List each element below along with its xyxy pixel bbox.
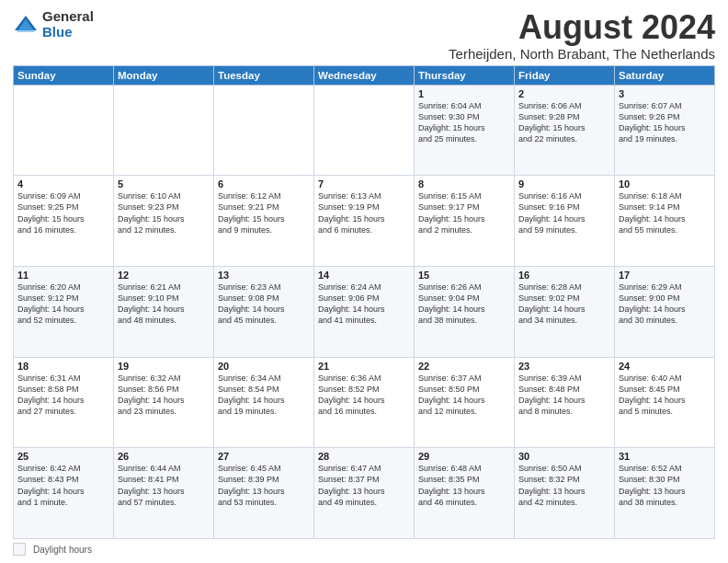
table-row: 16Sunrise: 6:28 AM Sunset: 9:02 PM Dayli… bbox=[515, 266, 615, 357]
table-row: 30Sunrise: 6:50 AM Sunset: 8:32 PM Dayli… bbox=[515, 448, 615, 539]
day-info: Sunrise: 6:12 AM Sunset: 9:21 PM Dayligh… bbox=[218, 190, 310, 236]
day-number: 27 bbox=[218, 451, 310, 462]
day-info: Sunrise: 6:26 AM Sunset: 9:04 PM Dayligh… bbox=[418, 282, 510, 327]
day-number: 31 bbox=[619, 451, 711, 462]
calendar-week-row: 18Sunrise: 6:31 AM Sunset: 8:58 PM Dayli… bbox=[14, 357, 715, 448]
table-row: 1Sunrise: 6:04 AM Sunset: 9:30 PM Daylig… bbox=[415, 85, 515, 176]
table-row bbox=[314, 85, 415, 176]
table-row: 11Sunrise: 6:20 AM Sunset: 9:12 PM Dayli… bbox=[14, 266, 114, 357]
day-info: Sunrise: 6:09 AM Sunset: 9:25 PM Dayligh… bbox=[17, 190, 109, 236]
day-info: Sunrise: 6:21 AM Sunset: 9:10 PM Dayligh… bbox=[118, 282, 210, 327]
table-row: 6Sunrise: 6:12 AM Sunset: 9:21 PM Daylig… bbox=[214, 176, 314, 267]
calendar-week-row: 25Sunrise: 6:42 AM Sunset: 8:43 PM Dayli… bbox=[14, 448, 715, 539]
day-info: Sunrise: 6:37 AM Sunset: 8:50 PM Dayligh… bbox=[418, 373, 510, 418]
day-info: Sunrise: 6:10 AM Sunset: 9:23 PM Dayligh… bbox=[118, 190, 210, 236]
col-wednesday: Wednesday bbox=[314, 65, 415, 85]
table-row: 24Sunrise: 6:40 AM Sunset: 8:45 PM Dayli… bbox=[615, 357, 715, 448]
day-number: 5 bbox=[118, 178, 210, 190]
day-info: Sunrise: 6:28 AM Sunset: 9:02 PM Dayligh… bbox=[518, 282, 610, 327]
day-info: Sunrise: 6:45 AM Sunset: 8:39 PM Dayligh… bbox=[218, 463, 310, 508]
table-row: 12Sunrise: 6:21 AM Sunset: 9:10 PM Dayli… bbox=[114, 266, 214, 357]
logo-general-text: General bbox=[42, 9, 94, 25]
day-number: 18 bbox=[17, 361, 109, 372]
table-row: 18Sunrise: 6:31 AM Sunset: 8:58 PM Dayli… bbox=[14, 357, 114, 448]
day-info: Sunrise: 6:13 AM Sunset: 9:19 PM Dayligh… bbox=[318, 190, 410, 236]
day-number: 24 bbox=[619, 361, 711, 372]
table-row: 26Sunrise: 6:44 AM Sunset: 8:41 PM Dayli… bbox=[114, 448, 214, 539]
daylight-box-icon bbox=[13, 543, 26, 556]
day-number: 16 bbox=[518, 270, 610, 281]
col-sunday: Sunday bbox=[14, 65, 114, 85]
col-monday: Monday bbox=[114, 65, 214, 85]
day-info: Sunrise: 6:24 AM Sunset: 9:06 PM Dayligh… bbox=[318, 282, 410, 327]
day-number: 13 bbox=[218, 270, 310, 281]
logo-icon bbox=[13, 12, 39, 38]
table-row: 31Sunrise: 6:52 AM Sunset: 8:30 PM Dayli… bbox=[615, 448, 715, 539]
day-info: Sunrise: 6:36 AM Sunset: 8:52 PM Dayligh… bbox=[318, 373, 410, 418]
day-info: Sunrise: 6:18 AM Sunset: 9:14 PM Dayligh… bbox=[619, 190, 711, 236]
day-number: 6 bbox=[218, 178, 310, 190]
day-info: Sunrise: 6:31 AM Sunset: 8:58 PM Dayligh… bbox=[17, 373, 109, 418]
page: General Blue August 2024 Terheijden, Nor… bbox=[0, 0, 728, 563]
table-row: 8Sunrise: 6:15 AM Sunset: 9:17 PM Daylig… bbox=[415, 176, 515, 267]
table-row: 23Sunrise: 6:39 AM Sunset: 8:48 PM Dayli… bbox=[515, 357, 615, 448]
day-number: 1 bbox=[418, 88, 510, 99]
day-number: 26 bbox=[118, 451, 210, 462]
table-row: 17Sunrise: 6:29 AM Sunset: 9:00 PM Dayli… bbox=[615, 266, 715, 357]
table-row: 29Sunrise: 6:48 AM Sunset: 8:35 PM Dayli… bbox=[415, 448, 515, 539]
calendar-week-row: 4Sunrise: 6:09 AM Sunset: 9:25 PM Daylig… bbox=[14, 176, 715, 267]
day-number: 10 bbox=[619, 178, 711, 190]
table-row: 10Sunrise: 6:18 AM Sunset: 9:14 PM Dayli… bbox=[615, 176, 715, 267]
col-thursday: Thursday bbox=[415, 65, 515, 85]
table-row: 2Sunrise: 6:06 AM Sunset: 9:28 PM Daylig… bbox=[515, 85, 615, 176]
calendar-header-row: Sunday Monday Tuesday Wednesday Thursday… bbox=[14, 65, 715, 85]
table-row: 20Sunrise: 6:34 AM Sunset: 8:54 PM Dayli… bbox=[214, 357, 314, 448]
day-number: 8 bbox=[418, 178, 510, 190]
footer-label: Daylight hours bbox=[33, 545, 92, 555]
table-row: 3Sunrise: 6:07 AM Sunset: 9:26 PM Daylig… bbox=[615, 85, 715, 176]
table-row: 5Sunrise: 6:10 AM Sunset: 9:23 PM Daylig… bbox=[114, 176, 214, 267]
day-number: 7 bbox=[318, 178, 410, 190]
day-number: 30 bbox=[518, 451, 610, 462]
day-info: Sunrise: 6:52 AM Sunset: 8:30 PM Dayligh… bbox=[619, 463, 711, 508]
footer: Daylight hours bbox=[13, 543, 715, 556]
day-number: 12 bbox=[118, 270, 210, 281]
table-row: 21Sunrise: 6:36 AM Sunset: 8:52 PM Dayli… bbox=[314, 357, 415, 448]
day-number: 11 bbox=[17, 270, 109, 281]
table-row: 14Sunrise: 6:24 AM Sunset: 9:06 PM Dayli… bbox=[314, 266, 415, 357]
table-row bbox=[14, 85, 114, 176]
logo-blue-text: Blue bbox=[42, 25, 94, 40]
day-info: Sunrise: 6:40 AM Sunset: 8:45 PM Dayligh… bbox=[619, 373, 711, 418]
calendar-week-row: 1Sunrise: 6:04 AM Sunset: 9:30 PM Daylig… bbox=[14, 85, 715, 176]
day-number: 19 bbox=[118, 361, 210, 372]
day-number: 21 bbox=[318, 361, 410, 372]
day-info: Sunrise: 6:44 AM Sunset: 8:41 PM Dayligh… bbox=[118, 463, 210, 508]
day-info: Sunrise: 6:47 AM Sunset: 8:37 PM Dayligh… bbox=[318, 463, 410, 508]
table-row: 28Sunrise: 6:47 AM Sunset: 8:37 PM Dayli… bbox=[314, 448, 415, 539]
table-row: 19Sunrise: 6:32 AM Sunset: 8:56 PM Dayli… bbox=[114, 357, 214, 448]
day-number: 23 bbox=[518, 361, 610, 372]
col-tuesday: Tuesday bbox=[214, 65, 314, 85]
day-info: Sunrise: 6:04 AM Sunset: 9:30 PM Dayligh… bbox=[418, 100, 510, 145]
table-row: 25Sunrise: 6:42 AM Sunset: 8:43 PM Dayli… bbox=[14, 448, 114, 539]
table-row: 7Sunrise: 6:13 AM Sunset: 9:19 PM Daylig… bbox=[314, 176, 415, 267]
day-info: Sunrise: 6:23 AM Sunset: 9:08 PM Dayligh… bbox=[218, 282, 310, 327]
day-info: Sunrise: 6:20 AM Sunset: 9:12 PM Dayligh… bbox=[17, 282, 109, 327]
table-row: 27Sunrise: 6:45 AM Sunset: 8:39 PM Dayli… bbox=[214, 448, 314, 539]
day-info: Sunrise: 6:16 AM Sunset: 9:16 PM Dayligh… bbox=[518, 190, 610, 236]
calendar-week-row: 11Sunrise: 6:20 AM Sunset: 9:12 PM Dayli… bbox=[14, 266, 715, 357]
day-number: 15 bbox=[418, 270, 510, 281]
table-row: 15Sunrise: 6:26 AM Sunset: 9:04 PM Dayli… bbox=[415, 266, 515, 357]
day-number: 4 bbox=[17, 178, 109, 190]
day-number: 2 bbox=[518, 88, 610, 99]
title-block: August 2024 Terheijden, North Brabant, T… bbox=[449, 9, 715, 62]
calendar-table: Sunday Monday Tuesday Wednesday Thursday… bbox=[13, 65, 715, 539]
day-info: Sunrise: 6:39 AM Sunset: 8:48 PM Dayligh… bbox=[518, 373, 610, 418]
day-info: Sunrise: 6:15 AM Sunset: 9:17 PM Dayligh… bbox=[418, 190, 510, 236]
col-saturday: Saturday bbox=[615, 65, 715, 85]
day-number: 14 bbox=[318, 270, 410, 281]
col-friday: Friday bbox=[515, 65, 615, 85]
day-info: Sunrise: 6:48 AM Sunset: 8:35 PM Dayligh… bbox=[418, 463, 510, 508]
table-row: 13Sunrise: 6:23 AM Sunset: 9:08 PM Dayli… bbox=[214, 266, 314, 357]
header: General Blue August 2024 Terheijden, Nor… bbox=[13, 9, 715, 62]
